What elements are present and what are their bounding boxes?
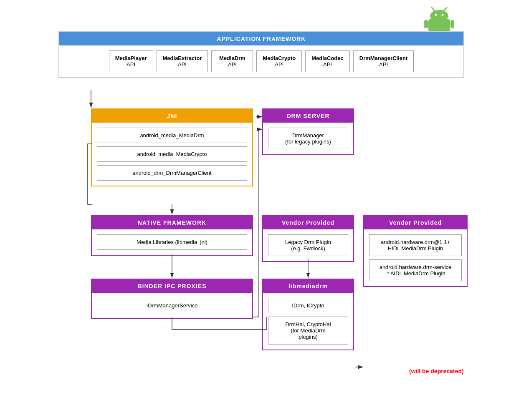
api-box-mediaextractor: MediaExtractorAPI [157, 50, 208, 72]
api-box-mediacrypto: MediaCryptoAPI [256, 50, 302, 72]
vendor-right-item-hidl: android.hardware.drm@1.1+HIDL MediaDrm P… [369, 234, 462, 256]
svg-point-3 [442, 14, 444, 16]
vendor-left-item-legacy: Legacy Drm Plugin(e.g. Fwdlock) [268, 234, 348, 256]
native-framework-section: NATIVE FRAMEWORK Media Libraries (libmed… [91, 215, 253, 256]
deprecated-text: (will be deprecated) [409, 368, 464, 375]
native-framework-item-media-lib: Media Libraries (libmedia_jni) [97, 234, 247, 250]
svg-rect-7 [450, 20, 454, 28]
drm-server-item-drmmanager: DrmManager(for legacy plugins) [268, 128, 348, 149]
binder-item-idrmmanager: IDrmManagerService [97, 298, 247, 313]
svg-rect-6 [424, 20, 428, 28]
native-framework-body: Media Libraries (libmedia_jni) [92, 229, 252, 255]
vendor-right-body: android.hardware.drm@1.1+HIDL MediaDrm P… [364, 229, 467, 286]
libmediadrm-body: IDrm, ICrypto DrmHal, CryptoHal(for Medi… [263, 293, 353, 350]
jni-section: JNI android_media_MediaDrm android_media… [91, 108, 253, 186]
app-framework-header: APPLICATION FRAMEWORK [59, 32, 463, 45]
drm-server-section: DRM SERVER DrmManager(for legacy plugins… [262, 108, 354, 155]
libmediadrm-item-idrm: IDrm, ICrypto [268, 298, 348, 313]
native-framework-header: NATIVE FRAMEWORK [92, 216, 252, 229]
jni-header: JNI [92, 109, 252, 123]
vendor-right-section: Vendor Provided android.hardware.drm@1.1… [363, 215, 468, 287]
libmediadrm-item-drmhal: DrmHal, CryptoHal(for MediaDrmplugins) [268, 317, 348, 345]
binder-section: BINDER IPC PROXIES IDrmManagerService [91, 279, 253, 319]
vendor-left-section: Vendor Provided Legacy Drm Plugin(e.g. F… [262, 215, 354, 262]
jni-body: android_media_MediaDrm android_media_Med… [92, 123, 252, 186]
vendor-left-header: Vendor Provided [263, 216, 353, 229]
binder-body: IDrmManagerService [92, 293, 252, 318]
api-box-mediadrm: MediaDrmAPI [211, 50, 253, 72]
svg-line-4 [432, 8, 435, 11]
vendor-left-body: Legacy Drm Plugin(e.g. Fwdlock) [263, 229, 353, 261]
binder-header: BINDER IPC PROXIES [92, 279, 252, 293]
vendor-right-item-aidl: android.hardware.drm-service.* AIDL Medi… [369, 259, 462, 281]
api-box-drmmanagerclient: DrmManagerClientAPI [353, 50, 414, 72]
jni-item-mediaCrypto: android_media_MediaCrypto [97, 146, 247, 162]
vendor-right-header: Vendor Provided [364, 216, 467, 229]
svg-point-2 [435, 14, 437, 16]
jni-item-drmManagerClient: android_drm_DrmManagerClient [97, 165, 247, 181]
drm-server-body: DrmManager(for legacy plugins) [263, 123, 353, 154]
api-box-mediacodec: MediaCodecAPI [305, 50, 350, 72]
app-framework-items: MediaPlayerAPI MediaExtractorAPI MediaDr… [59, 45, 463, 77]
drm-server-header: DRM SERVER [263, 109, 353, 123]
svg-line-5 [444, 8, 447, 11]
jni-item-mediaDrm: android_media_MediaDrm [97, 128, 247, 143]
svg-point-1 [430, 10, 448, 22]
libmediadrm-section: libmediadrm IDrm, ICrypto DrmHal, Crypto… [262, 279, 354, 350]
api-box-mediaplayer: MediaPlayerAPI [109, 50, 153, 72]
app-framework-section: APPLICATION FRAMEWORK MediaPlayerAPI Med… [58, 31, 464, 78]
libmediadrm-header: libmediadrm [263, 279, 353, 293]
